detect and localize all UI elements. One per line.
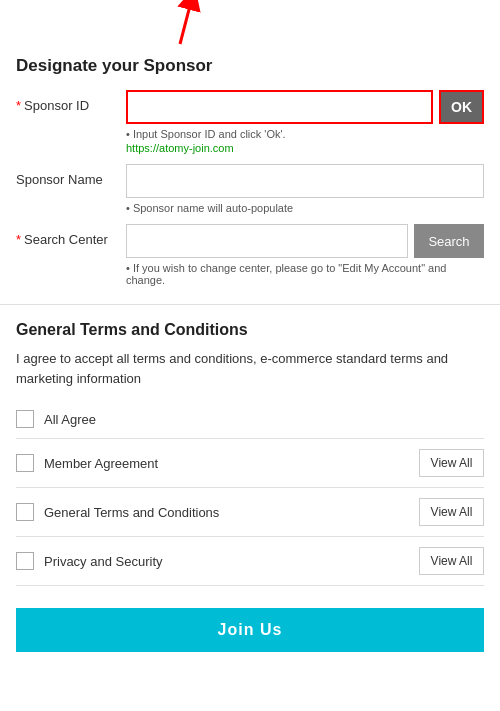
privacy-security-row: Privacy and Security View All [16,536,484,586]
page-title: Designate your Sponsor [16,56,484,76]
search-button[interactable]: Search [414,224,484,258]
all-agree-checkbox[interactable] [16,410,34,428]
sponsor-name-hint: • Sponsor name will auto-populate [126,202,484,214]
all-agree-label: All Agree [44,412,484,427]
search-center-content: Search • If you wish to change center, p… [126,224,484,286]
sponsor-name-row: Sponsor Name • Sponsor name will auto-po… [16,164,484,214]
join-us-button[interactable]: Join Us [16,608,484,652]
required-star-2: * [16,232,21,247]
sponsor-name-content: • Sponsor name will auto-populate [126,164,484,214]
member-agreement-label: Member Agreement [44,456,419,471]
ok-button[interactable]: OK [439,90,484,124]
search-center-row: *Search Center Search • If you wish to c… [16,224,484,286]
sponsor-id-row: *Sponsor ID OK • Input Sponsor ID and cl… [16,90,484,154]
general-terms-view-all[interactable]: View All [419,498,484,526]
search-center-hint: • If you wish to change center, please g… [126,262,484,286]
sponsor-id-label: *Sponsor ID [16,90,126,113]
sponsor-id-hint2: https://atomy-join.com [126,142,484,154]
terms-title: General Terms and Conditions [16,321,484,339]
search-center-input-row: Search [126,224,484,258]
sponsor-id-hint1: • Input Sponsor ID and click 'Ok'. [126,128,484,140]
general-terms-row: General Terms and Conditions View All [16,487,484,536]
general-terms-checkbox[interactable] [16,503,34,521]
sponsor-id-input-row: OK [126,90,484,124]
search-center-label: *Search Center [16,224,126,247]
member-agreement-view-all[interactable]: View All [419,449,484,477]
sponsor-id-content: OK • Input Sponsor ID and click 'Ok'. ht… [126,90,484,154]
terms-section: General Terms and Conditions I agree to … [0,305,500,594]
member-agreement-checkbox[interactable] [16,454,34,472]
privacy-security-label: Privacy and Security [44,554,419,569]
terms-description: I agree to accept all terms and conditio… [16,349,484,388]
designate-sponsor-section: Designate your Sponsor *Sponsor ID OK • … [0,40,500,305]
sponsor-id-input[interactable] [126,90,433,124]
sponsor-name-input[interactable] [126,164,484,198]
member-agreement-row: Member Agreement View All [16,438,484,487]
general-terms-label: General Terms and Conditions [44,505,419,520]
sponsor-name-input-row [126,164,484,198]
sponsor-name-label: Sponsor Name [16,164,126,187]
privacy-security-checkbox[interactable] [16,552,34,570]
all-agree-row: All Agree [16,402,484,438]
search-center-input[interactable] [126,224,408,258]
privacy-security-view-all[interactable]: View All [419,547,484,575]
join-btn-area: Join Us [0,594,500,668]
required-star-1: * [16,98,21,113]
svg-line-1 [180,0,192,44]
arrow-icon [140,0,220,45]
